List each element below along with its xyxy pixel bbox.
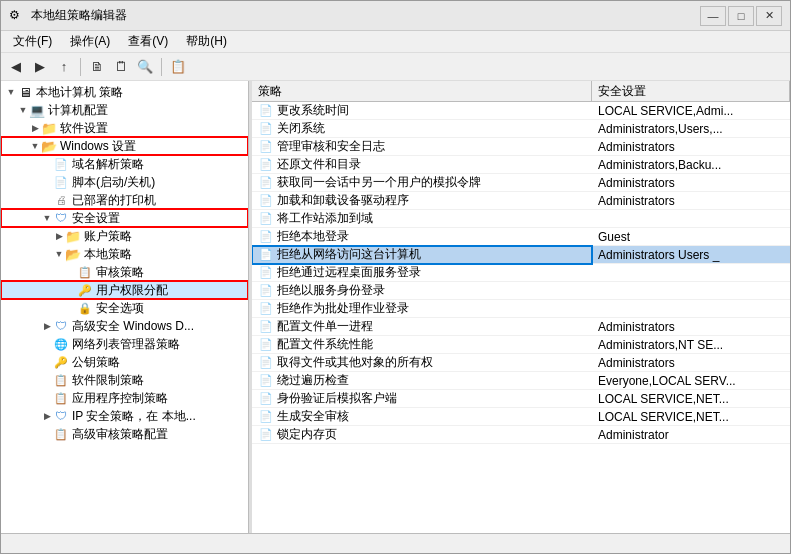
list-item[interactable]: 📄 获取同一会话中另一个用户的模拟令牌 Administrators [252, 174, 790, 192]
security-cell: Everyone,LOCAL SERV... [592, 372, 790, 390]
icon-dns: 📄 [53, 156, 69, 172]
menu-file[interactable]: 文件(F) [5, 31, 60, 52]
security-cell [592, 264, 790, 282]
toggle-user-rights[interactable] [65, 284, 77, 296]
list-item-deny-network[interactable]: 📄 拒绝从网络访问这台计算机 Administrators Users _ ← [252, 246, 790, 264]
list-item[interactable]: 📄 更改系统时间 LOCAL SERVICE,Admi... [252, 102, 790, 120]
icon-windows-settings: 📂 [41, 138, 57, 154]
tree-computer-config[interactable]: ▼ 💻 计算机配置 [1, 101, 248, 119]
tree-software-restrict[interactable]: 📋 软件限制策略 [1, 371, 248, 389]
tree-windows-settings[interactable]: ▼ 📂 Windows 设置 [1, 137, 248, 155]
action-btn-3[interactable]: 🔍 [134, 56, 156, 78]
action-btn-1[interactable]: 🗎 [86, 56, 108, 78]
list-item[interactable]: 📄 锁定内存页 Administrator [252, 426, 790, 444]
row-icon: 📄 [258, 103, 274, 119]
tree-advanced-security[interactable]: ▶ 🛡 高级安全 Windows D... [1, 317, 248, 335]
menu-help[interactable]: 帮助(H) [178, 31, 235, 52]
close-button[interactable]: ✕ [756, 6, 782, 26]
list-item[interactable]: 📄 加载和卸载设备驱动程序 Administrators [252, 192, 790, 210]
toggle-network-list[interactable] [41, 338, 53, 350]
toggle-scripts[interactable] [41, 176, 53, 188]
menu-view[interactable]: 查看(V) [120, 31, 176, 52]
list-item[interactable]: 📄 将工作站添加到域 [252, 210, 790, 228]
header-security[interactable]: 安全设置 [592, 81, 790, 101]
up-button[interactable]: ↑ [53, 56, 75, 78]
toggle-software-restrict[interactable] [41, 374, 53, 386]
tree-dns[interactable]: 📄 域名解析策略 [1, 155, 248, 173]
tree-account-policy[interactable]: ▶ 📁 账户策略 [1, 227, 248, 245]
toggle-security-options[interactable] [65, 302, 77, 314]
list-item[interactable]: 📄 拒绝以服务身份登录 [252, 282, 790, 300]
toggle-advanced-audit[interactable] [41, 428, 53, 440]
tree-local-policy2[interactable]: ▼ 📂 本地策略 [1, 245, 248, 263]
back-button[interactable]: ◀ [5, 56, 27, 78]
list-item[interactable]: 📄 拒绝本地登录 Guest [252, 228, 790, 246]
list-item[interactable]: 📄 拒绝通过远程桌面服务登录 [252, 264, 790, 282]
row-icon: 📄 [258, 121, 274, 137]
policy-cell: 📄 管理审核和安全日志 [252, 138, 592, 156]
list-item[interactable]: 📄 绕过遍历检查 Everyone,LOCAL SERV... [252, 372, 790, 390]
row-icon: 📄 [258, 247, 274, 263]
label-computer-config: 计算机配置 [48, 102, 108, 119]
list-item[interactable]: 📄 关闭系统 Administrators,Users,... [252, 120, 790, 138]
icon-scripts: 📄 [53, 174, 69, 190]
list-panel-wrapper: 策略 安全设置 📄 更改系统时间 LOCAL SERVICE,Admi... 📄… [252, 81, 790, 533]
tree-ip-security[interactable]: ▶ 🛡 IP 安全策略，在 本地... [1, 407, 248, 425]
toggle-public-key[interactable] [41, 356, 53, 368]
list-item[interactable]: 📄 还原文件和目录 Administrators,Backu... [252, 156, 790, 174]
label-network-list: 网络列表管理器策略 [72, 336, 180, 353]
tree-advanced-audit[interactable]: 📋 高级审核策略配置 [1, 425, 248, 443]
tree-user-rights[interactable]: 🔑 用户权限分配 [1, 281, 248, 299]
toggle-windows-settings[interactable]: ▼ [29, 140, 41, 152]
action-btn-4[interactable]: 📋 [167, 56, 189, 78]
tree-audit-policy[interactable]: 📋 审核策略 [1, 263, 248, 281]
forward-button[interactable]: ▶ [29, 56, 51, 78]
toggle-advanced-security[interactable]: ▶ [41, 320, 53, 332]
toggle-software-settings[interactable]: ▶ [29, 122, 41, 134]
tree-software-settings[interactable]: ▶ 📁 软件设置 [1, 119, 248, 137]
toggle-dns[interactable] [41, 158, 53, 170]
toggle-local-policy2[interactable]: ▼ [53, 248, 65, 260]
tree-app-control[interactable]: 📋 应用程序控制策略 [1, 389, 248, 407]
label-software-settings: 软件设置 [60, 120, 108, 137]
header-policy[interactable]: 策略 [252, 81, 592, 101]
row-icon: 📄 [258, 175, 274, 191]
list-item[interactable]: 📄 取得文件或其他对象的所有权 Administrators [252, 354, 790, 372]
list-item[interactable]: 📄 配置文件单一进程 Administrators [252, 318, 790, 336]
list-item[interactable]: 📄 生成安全审核 LOCAL SERVICE,NET... [252, 408, 790, 426]
toggle-ip-security[interactable]: ▶ [41, 410, 53, 422]
security-cell: Administrators,NT SE... [592, 336, 790, 354]
icon-ip-security: 🛡 [53, 408, 69, 424]
menu-action[interactable]: 操作(A) [62, 31, 118, 52]
policy-cell: 📄 将工作站添加到域 [252, 210, 592, 228]
toggle-computer-config[interactable]: ▼ [17, 104, 29, 116]
toggle-local-policy[interactable]: ▼ [5, 86, 17, 98]
minimize-button[interactable]: — [700, 6, 726, 26]
tree-security-settings[interactable]: ▼ 🛡 安全设置 [1, 209, 248, 227]
list-item[interactable]: 📄 配置文件系统性能 Administrators,NT SE... [252, 336, 790, 354]
list-panel[interactable]: 策略 安全设置 📄 更改系统时间 LOCAL SERVICE,Admi... 📄… [252, 81, 790, 533]
icon-advanced-audit: 📋 [53, 426, 69, 442]
action-btn-2[interactable]: 🗒 [110, 56, 132, 78]
label-audit-policy: 审核策略 [96, 264, 144, 281]
list-item[interactable]: 📄 身份验证后模拟客户端 LOCAL SERVICE,NET... [252, 390, 790, 408]
toggle-app-control[interactable] [41, 392, 53, 404]
tree-printers[interactable]: 🖨 已部署的打印机 [1, 191, 248, 209]
tree-scripts[interactable]: 📄 脚本(启动/关机) [1, 173, 248, 191]
toggle-audit-policy[interactable] [65, 266, 77, 278]
label-scripts: 脚本(启动/关机) [72, 174, 155, 191]
tree-local-policy[interactable]: ▼ 🖥 本地计算机 策略 [1, 83, 248, 101]
tree-security-options[interactable]: 🔒 安全选项 [1, 299, 248, 317]
toggle-account-policy[interactable]: ▶ [53, 230, 65, 242]
security-cell: Administrators,Backu... [592, 156, 790, 174]
tree-public-key[interactable]: 🔑 公钥策略 [1, 353, 248, 371]
toggle-security-settings[interactable]: ▼ [41, 212, 53, 224]
list-item[interactable]: 📄 管理审核和安全日志 Administrators [252, 138, 790, 156]
tree-panel[interactable]: ▼ 🖥 本地计算机 策略 ▼ 💻 计算机配置 ▶ 📁 软件设置 ▼ 📂 Wind… [1, 81, 249, 533]
list-item[interactable]: 📄 拒绝作为批处理作业登录 [252, 300, 790, 318]
maximize-button[interactable]: □ [728, 6, 754, 26]
policy-cell: 📄 锁定内存页 [252, 426, 592, 444]
tree-network-list[interactable]: 🌐 网络列表管理器策略 [1, 335, 248, 353]
label-user-rights: 用户权限分配 [96, 282, 168, 299]
toggle-printers[interactable] [41, 194, 53, 206]
